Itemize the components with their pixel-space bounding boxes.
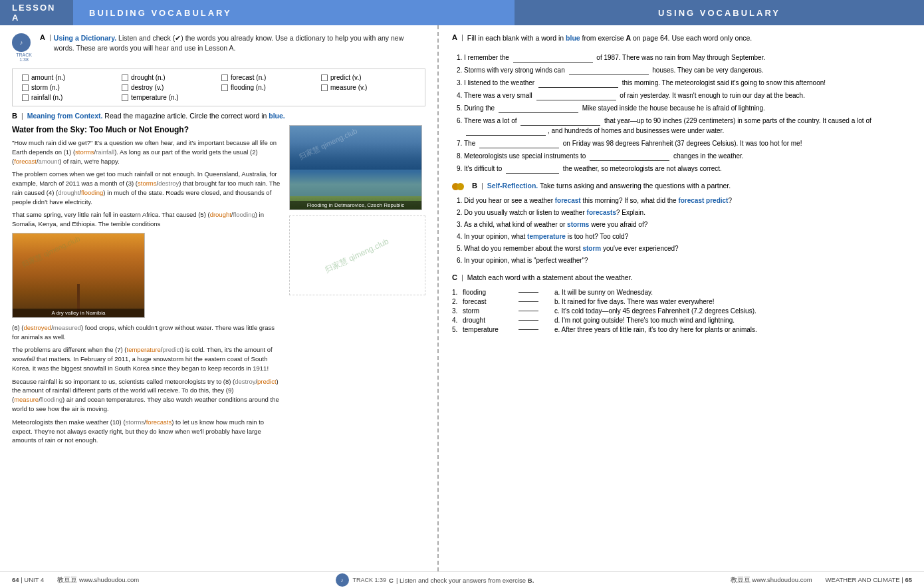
reflection-item-1: Did you hear or see a weather forecast t… bbox=[464, 196, 911, 206]
vocab-item-drought: drought (n.) bbox=[119, 73, 219, 82]
vocab-checkbox-rainfall[interactable] bbox=[22, 94, 29, 101]
article-para-4: (6) (destroyed/measured) food crops, whi… bbox=[12, 323, 283, 342]
unit-topic: WEATHER AND CLIMATE | 65 bbox=[826, 576, 912, 585]
match-num-5: 5. bbox=[452, 326, 463, 333]
vocab-item-predict: predict (v.) bbox=[318, 73, 418, 82]
using-dictionary-label: Using a Dictionary. bbox=[54, 34, 116, 42]
vocab-checkbox-drought[interactable] bbox=[122, 74, 128, 81]
article-title: Water from the Sky: Too Much or Not Enou… bbox=[12, 125, 283, 134]
track-c-label: TRACK 1:39 bbox=[353, 577, 387, 583]
flood-caption: Flooding in Detmarovice, Czech Republic bbox=[290, 201, 421, 210]
vocab-word-temperature: temperature (n.) bbox=[131, 94, 179, 101]
vocab-checkbox-destroy[interactable] bbox=[122, 84, 128, 91]
section-a-content: Using a Dictionary. Listen and check (✔)… bbox=[54, 33, 425, 53]
vocab-checkbox-temperature[interactable] bbox=[122, 94, 128, 101]
blank-8[interactable] bbox=[590, 160, 669, 161]
dry-valley-image-area: A dry valley in Namibia 归家慧 qimeng.club bbox=[12, 233, 283, 319]
watermark-3: 归家慧 qimeng.club bbox=[324, 235, 391, 275]
vocab-checkbox-measure[interactable] bbox=[321, 84, 328, 91]
article-images-col: Flooding in Detmarovice, Czech Republic … bbox=[289, 125, 425, 449]
match-left-col: 1. flooding 2. forecast 3. storm bbox=[452, 289, 541, 335]
section-a-text: Using a Dictionary. Listen and check (✔)… bbox=[54, 33, 425, 53]
page-footer: 64 | UNIT 4 教豆豆 www.shudoudou.com ♪ TRAC… bbox=[0, 571, 924, 588]
blank-7[interactable] bbox=[479, 148, 559, 148]
blank-5[interactable] bbox=[499, 112, 578, 113]
pipe-right-c: | bbox=[461, 273, 463, 281]
match-item-1: 1. flooding bbox=[452, 289, 541, 296]
fill-blank-list: I remember the of 1987. There was no rai… bbox=[452, 53, 911, 174]
vocab-word-forecast: forecast (n.) bbox=[231, 74, 266, 81]
match-item-5: 5. temperature bbox=[452, 326, 541, 333]
lesson-label-text: LESSON A bbox=[12, 3, 61, 23]
vocab-word-amount: amount (n.) bbox=[31, 74, 65, 81]
match-answer-c: c. It's cold today—only 45 degrees Fahre… bbox=[554, 307, 911, 315]
blank-2[interactable] bbox=[569, 74, 649, 75]
reflection-item-4: In your opinion, what temperature is too… bbox=[464, 231, 911, 241]
dry-valley-image: A dry valley in Namibia 归家慧 qimeng.club bbox=[12, 233, 145, 318]
fill-item-4: There was a very small of rain yesterday… bbox=[464, 90, 911, 100]
blank-9[interactable] bbox=[506, 173, 559, 174]
vocab-word-predict: predict (v.) bbox=[330, 74, 362, 81]
meaning-context-label: Meaning from Context. bbox=[27, 112, 103, 120]
blank-6a[interactable] bbox=[520, 125, 600, 126]
fill-item-2: Storms with very strong winds can houses… bbox=[464, 65, 911, 75]
blank-6b[interactable] bbox=[466, 135, 546, 136]
section-b-instruction: Meaning from Context. Read the magazine … bbox=[27, 112, 285, 120]
vocab-checkbox-predict[interactable] bbox=[321, 74, 328, 81]
partner-icons bbox=[452, 182, 469, 192]
blank-1[interactable] bbox=[513, 62, 593, 63]
match-columns: 1. flooding 2. forecast 3. storm bbox=[452, 289, 911, 335]
vocab-checkbox-forecast[interactable] bbox=[221, 74, 228, 81]
reflection-item-3: As a child, what kind of weather or stor… bbox=[464, 220, 911, 229]
match-num-4: 4. bbox=[452, 317, 463, 324]
vocab-item-forecast: forecast (n.) bbox=[219, 73, 318, 82]
vocab-item-amount: amount (n.) bbox=[19, 73, 119, 82]
watermark-2: 归家慧 qimeng.club bbox=[297, 126, 359, 162]
self-reflection-label: Self-Reflection. bbox=[487, 182, 538, 190]
match-word-temperature: temperature bbox=[463, 326, 516, 333]
match-blank-1[interactable] bbox=[519, 292, 538, 293]
audio-icon: ♪ TRACK 1:38 bbox=[12, 33, 36, 62]
dry-caption: A dry valley in Namibia bbox=[13, 309, 144, 317]
footer-right: 教豆豆 www.shudoudou.com WEATHER AND CLIMAT… bbox=[731, 576, 912, 585]
blank-3[interactable] bbox=[538, 87, 618, 88]
footer-center-icon: ♪ TRACK 1:39 C | Listen and check your a… bbox=[336, 573, 534, 587]
blank-4[interactable] bbox=[536, 100, 616, 100]
fill-item-9: It's difficult to the weather, so meteor… bbox=[464, 164, 911, 174]
vocab-word-measure: measure (v.) bbox=[330, 84, 367, 91]
vocab-item-destroy: destroy (v.) bbox=[119, 83, 219, 92]
blue-label: blue. bbox=[269, 112, 285, 120]
fill-item-7: The on Friday was 98 degrees Fahrenheit … bbox=[464, 138, 911, 148]
fill-item-1: I remember the of 1987. There was no rai… bbox=[464, 53, 911, 63]
pipe-right-b: | bbox=[481, 182, 483, 190]
vocab-checkbox-flooding[interactable] bbox=[221, 84, 228, 91]
match-answer-b: b. It rained for five days. There was wa… bbox=[554, 298, 911, 305]
partner-icon-container bbox=[452, 182, 467, 192]
left-page: ♪ TRACK 1:38 A | Using a Dictionary. Lis… bbox=[0, 25, 439, 571]
pipe-b: | bbox=[21, 112, 23, 120]
match-blank-4[interactable] bbox=[519, 320, 538, 321]
match-blank-5[interactable] bbox=[519, 329, 538, 330]
vocab-checkbox-storm[interactable] bbox=[22, 84, 29, 91]
track-icon: ♪ bbox=[12, 33, 31, 52]
article-para-6: Because rainfall is so important to us, … bbox=[12, 377, 283, 414]
vocab-checkbox-amount[interactable] bbox=[22, 74, 29, 81]
footer-c-text: | Listen and check your answers from exe… bbox=[396, 577, 534, 584]
right-a-label: A bbox=[452, 33, 457, 41]
footer-c-label: C bbox=[389, 577, 394, 584]
fill-item-8: Meteorologists use special instruments t… bbox=[464, 151, 911, 161]
article-area: Water from the Sky: Too Much or Not Enou… bbox=[12, 125, 425, 449]
footer-left: 64 | UNIT 4 教豆豆 www.shudoudou.com bbox=[12, 576, 139, 585]
reflection-item-6: In your opinion, what is "perfect weathe… bbox=[464, 255, 911, 265]
match-item-2: 2. forecast bbox=[452, 298, 541, 305]
article-para-3: That same spring, very little rain fell … bbox=[12, 210, 283, 229]
match-blank-2[interactable] bbox=[519, 301, 538, 302]
article-para-5: The problems are different when the (7) … bbox=[12, 345, 283, 372]
match-blank-3[interactable] bbox=[519, 311, 538, 311]
track-c-icon: ♪ bbox=[336, 573, 349, 587]
vocab-item-measure: measure (v.) bbox=[318, 83, 418, 92]
match-answer-e: e. After three years of little rain, it'… bbox=[554, 326, 911, 333]
right-c-instruction: Match each word with a statement about t… bbox=[467, 273, 633, 281]
left-page-num: 64 | UNIT 4 bbox=[12, 576, 44, 585]
match-word-forecast: forecast bbox=[463, 298, 516, 305]
